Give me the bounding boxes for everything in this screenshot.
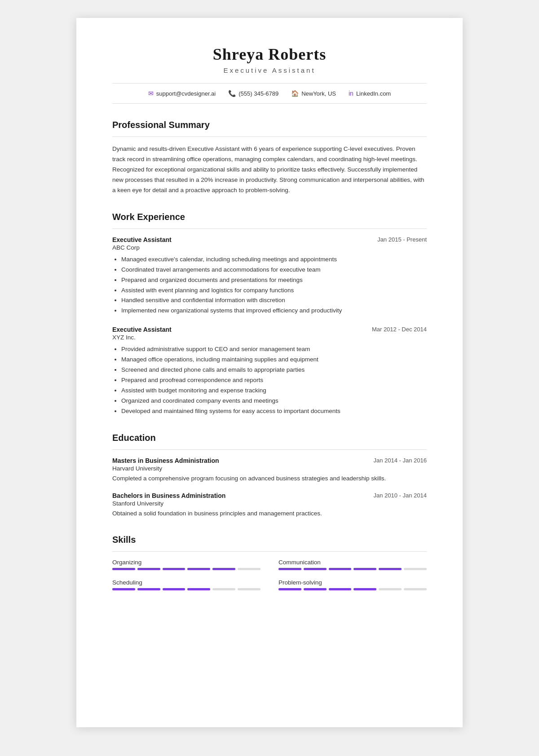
skill-communication: Communication	[278, 559, 427, 570]
job-entry-2: Executive Assistant Mar 2012 - Dec 2014 …	[112, 326, 427, 417]
skill-scheduling: Scheduling	[112, 579, 261, 590]
skill-seg	[304, 588, 327, 590]
skill-seg	[137, 568, 160, 570]
skill-seg	[353, 568, 376, 570]
bullet-item: Assisted with budget monitoring and expe…	[121, 386, 427, 396]
skills-section: Skills Organizing Communication	[112, 535, 427, 592]
edu-dates-2: Jan 2010 - Jan 2014	[373, 492, 427, 499]
skill-bar-scheduling	[112, 588, 261, 590]
skill-seg	[112, 568, 135, 570]
skill-bar-communication	[278, 568, 427, 570]
edu-desc-2: Obtained a solid foundation in business …	[112, 509, 427, 519]
work-experience-title: Work Experience	[112, 212, 427, 222]
edu-header-1: Masters in Business Administration Jan 2…	[112, 457, 427, 464]
edu-entry-1: Masters in Business Administration Jan 2…	[112, 457, 427, 483]
bullet-item: Handled sensitive and confidential infor…	[121, 295, 427, 306]
job-header-1: Executive Assistant Jan 2015 - Present	[112, 236, 427, 243]
summary-text: Dynamic and results-driven Executive Ass…	[112, 144, 427, 196]
skill-seg	[379, 588, 402, 590]
edu-school-1: Harvard University	[112, 465, 427, 472]
job-title-1: Executive Assistant	[112, 236, 172, 243]
bullet-item: Coordinated travel arrangements and acco…	[121, 265, 427, 275]
skills-divider	[112, 551, 427, 552]
skill-seg	[353, 588, 376, 590]
skill-seg	[137, 588, 160, 590]
skill-bar-organizing	[112, 568, 261, 570]
job-bullets-2: Provided administrative support to CEO a…	[112, 344, 427, 417]
contact-location: 🏠 NewYork, US	[291, 90, 336, 97]
bullet-item: Managed office operations, including mai…	[121, 355, 427, 365]
skill-seg	[278, 588, 301, 590]
job-entry-1: Executive Assistant Jan 2015 - Present A…	[112, 236, 427, 316]
skill-seg	[329, 588, 352, 590]
skills-grid: Organizing Communication	[112, 559, 427, 592]
skill-seg	[112, 588, 135, 590]
skill-name-communication: Communication	[278, 559, 427, 566]
edu-degree-1: Masters in Business Administration	[112, 457, 219, 464]
skill-seg	[163, 588, 186, 590]
skill-seg	[278, 568, 301, 570]
location-icon: 🏠	[291, 90, 299, 97]
bullet-item: Assisted with event planning and logisti…	[121, 286, 427, 296]
edu-desc-1: Completed a comprehensive program focusi…	[112, 474, 427, 483]
job-header-2: Executive Assistant Mar 2012 - Dec 2014	[112, 326, 427, 333]
linkedin-value: LinkedIn.com	[356, 90, 391, 97]
location-value: NewYork, US	[301, 90, 336, 97]
edu-header-2: Bachelors in Business Administration Jan…	[112, 492, 427, 499]
skill-seg	[379, 568, 402, 570]
skill-organizing: Organizing	[112, 559, 261, 570]
job-dates-1: Jan 2015 - Present	[377, 236, 427, 243]
resume-header: Shreya Roberts Executive Assistant	[112, 45, 427, 74]
education-title: Education	[112, 433, 427, 443]
edu-entry-2: Bachelors in Business Administration Jan…	[112, 492, 427, 519]
edu-degree-2: Bachelors in Business Administration	[112, 492, 225, 499]
work-experience-section: Work Experience Executive Assistant Jan …	[112, 212, 427, 417]
candidate-name: Shreya Roberts	[112, 45, 427, 64]
job-dates-2: Mar 2012 - Dec 2014	[372, 326, 427, 333]
summary-section: Professional Summary Dynamic and results…	[112, 120, 427, 196]
skill-seg	[329, 568, 352, 570]
skill-seg	[212, 568, 235, 570]
contact-email: ✉ support@cvdesigner.ai	[148, 90, 216, 97]
job-bullets-1: Managed executive's calendar, including …	[112, 255, 427, 316]
skill-seg	[238, 588, 261, 590]
contact-bar: ✉ support@cvdesigner.ai 📞 (555) 345-6789…	[112, 83, 427, 104]
education-divider	[112, 449, 427, 450]
email-icon: ✉	[148, 90, 154, 97]
candidate-title: Executive Assistant	[112, 66, 427, 74]
skill-name-scheduling: Scheduling	[112, 579, 261, 586]
contact-phone: 📞 (555) 345-6789	[228, 90, 278, 97]
contact-linkedin: in LinkedIn.com	[349, 90, 391, 97]
bullet-item: Managed executive's calendar, including …	[121, 255, 427, 265]
edu-school-2: Stanford University	[112, 500, 427, 507]
phone-icon: 📞	[228, 90, 236, 97]
job-company-2: XYZ Inc.	[112, 334, 427, 341]
bullet-item: Organized and coordinated company events…	[121, 396, 427, 406]
skill-seg	[404, 568, 427, 570]
skill-seg	[187, 588, 210, 590]
education-section: Education Masters in Business Administra…	[112, 433, 427, 519]
job-company-1: ABC Corp	[112, 244, 427, 251]
skill-name-problem-solving: Problem-solving	[278, 579, 427, 586]
skill-name-organizing: Organizing	[112, 559, 261, 566]
bullet-item: Prepared and proofread correspondence an…	[121, 375, 427, 386]
summary-divider	[112, 136, 427, 137]
bullet-item: Implemented new organizational systems t…	[121, 306, 427, 316]
bullet-item: Provided administrative support to CEO a…	[121, 344, 427, 355]
bullet-item: Screened and directed phone calls and em…	[121, 365, 427, 375]
skill-seg	[187, 568, 210, 570]
skills-title: Skills	[112, 535, 427, 545]
bullet-item: Prepared and organized documents and pre…	[121, 275, 427, 286]
skill-seg	[404, 588, 427, 590]
skill-seg	[304, 568, 327, 570]
skill-bar-problem-solving	[278, 588, 427, 590]
skill-seg	[238, 568, 261, 570]
job-title-2: Executive Assistant	[112, 326, 172, 333]
skill-seg	[163, 568, 186, 570]
skill-seg	[212, 588, 235, 590]
work-experience-divider	[112, 229, 427, 229]
email-value: support@cvdesigner.ai	[156, 90, 216, 97]
edu-dates-1: Jan 2014 - Jan 2016	[373, 457, 427, 464]
summary-title: Professional Summary	[112, 120, 427, 130]
resume-page: Shreya Roberts Executive Assistant ✉ sup…	[76, 18, 463, 727]
